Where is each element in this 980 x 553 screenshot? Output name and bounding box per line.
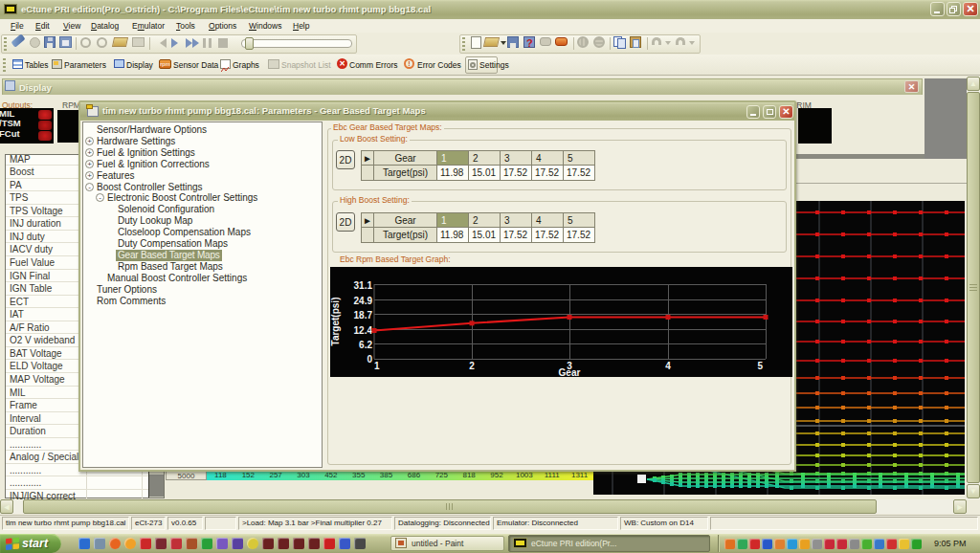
svg-text:6.2: 6.2 <box>359 340 372 350</box>
svg-text:Target(psi): Target(psi) <box>330 298 341 346</box>
svg-text:2: 2 <box>469 361 475 371</box>
svg-text:18.7: 18.7 <box>354 310 373 321</box>
svg-text:Gear: Gear <box>559 367 581 377</box>
svg-text:0: 0 <box>367 354 372 365</box>
svg-text:1: 1 <box>374 361 380 371</box>
svg-text:4: 4 <box>665 361 671 371</box>
svg-text:31.1: 31.1 <box>354 280 373 291</box>
svg-text:12.4: 12.4 <box>354 325 373 336</box>
svg-text:24.9: 24.9 <box>354 296 373 306</box>
svg-text:5: 5 <box>757 361 763 371</box>
